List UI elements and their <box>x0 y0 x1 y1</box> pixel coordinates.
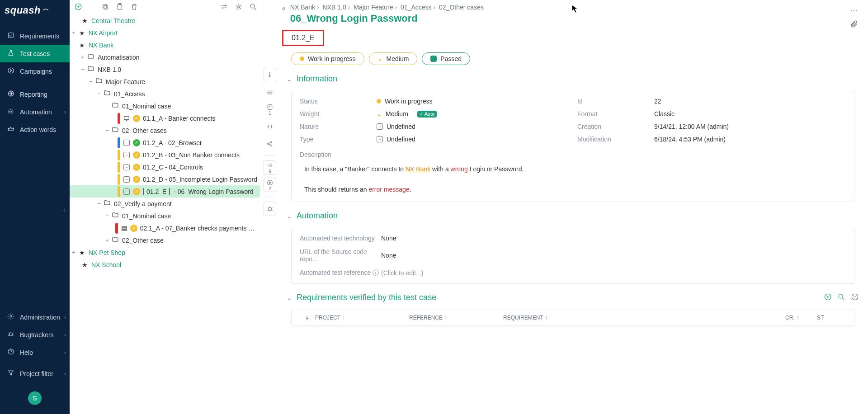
tree-label: NXB 1.0 <box>98 66 121 73</box>
swap-icon[interactable] <box>220 3 228 11</box>
tree-folder[interactable]: − 01_Nominal case <box>70 210 260 222</box>
rail-executions[interactable]: 2 <box>264 178 276 192</box>
svg-rect-0 <box>9 33 14 38</box>
folder-icon <box>103 89 111 98</box>
reference-field[interactable]: 01.2_E <box>282 30 324 46</box>
rail-script[interactable] <box>264 119 276 134</box>
tree-testcase[interactable]: ✓ 02.1_A - 07_Banker checks payments suc… <box>70 222 260 234</box>
v-auto-url[interactable]: None <box>381 248 846 263</box>
svg-point-25 <box>271 141 272 143</box>
breadcrumb[interactable]: NX Bank› NXB 1.0› Major Feature› 01_Acce… <box>290 4 484 11</box>
gear-icon[interactable] <box>235 3 243 11</box>
k-id: Id <box>577 98 645 105</box>
col-reference[interactable]: REFERENCE ↑ <box>409 315 503 321</box>
tree-testcase[interactable]: − ✓ 01.2_B - 03_Non Banker connects <box>70 149 260 161</box>
tree-project[interactable]: − ★ NX Bank <box>70 39 260 51</box>
description-content[interactable]: In this case, a "Banker" connects to NX … <box>300 164 846 195</box>
nav-testcases[interactable]: Test cases <box>0 45 70 62</box>
svg-rect-11 <box>103 5 107 8</box>
v-auto-ref[interactable]: (Click to edit...) <box>381 269 846 277</box>
tree-testcase-selected[interactable]: − ✓ 01.2_E - 06_Wrong Login Password <box>70 185 260 198</box>
search-icon[interactable] <box>837 293 845 302</box>
attachment-icon[interactable] <box>850 20 858 29</box>
tree-folder[interactable]: + Automatisation <box>70 51 260 63</box>
nav-administration[interactable]: Administration › <box>0 308 70 326</box>
section-title-automation: Automation <box>297 211 338 221</box>
col-cr[interactable]: CR. ↑ <box>785 315 817 321</box>
weight-chip[interactable]: ⌄Medium <box>369 52 418 65</box>
col-number[interactable]: # <box>297 315 315 321</box>
folder-icon <box>87 53 95 61</box>
nav-help[interactable]: Help › <box>0 343 70 361</box>
trash-icon[interactable] <box>130 3 138 11</box>
tree-folder[interactable]: − 02_Other cases <box>70 124 260 136</box>
status-wip-icon: ✓ <box>133 176 140 183</box>
filter-icon <box>7 369 14 378</box>
user-avatar[interactable]: S <box>28 391 42 405</box>
sort-asc-icon: ↑ <box>545 315 548 321</box>
col-project[interactable]: PROJECT ↑ <box>315 315 409 321</box>
nav-campaigns[interactable]: Campaigns <box>0 62 70 80</box>
svg-point-4 <box>9 111 10 112</box>
tree-folder[interactable]: + 02_Other case <box>70 234 260 246</box>
tree-testcase[interactable]: − ✓ 01.2_D - 05_Incomplete Login Passwor… <box>70 173 260 185</box>
chevron-down-icon[interactable]: ⌄ <box>287 294 292 301</box>
classic-icon: − <box>123 151 130 159</box>
sort-asc-icon: ↑ <box>342 315 345 321</box>
tree-testcase[interactable]: ✓ 01.1_A - Banker connects <box>70 112 260 124</box>
nav-bugtrackers[interactable]: Bugtrackers › <box>0 326 70 343</box>
svg-rect-20 <box>268 91 272 94</box>
section-title-information: Information <box>297 74 337 84</box>
tree-label: 01.2_A - 02_Browser <box>143 139 202 146</box>
rail-info[interactable]: i <box>264 68 276 82</box>
tree-folder[interactable]: − 01_Nominal case <box>70 100 260 112</box>
tree-project[interactable]: ★ Central Theatre <box>70 14 260 27</box>
nav-projectfilter[interactable]: Project filter › <box>0 365 70 382</box>
rail-robot[interactable] <box>264 85 276 99</box>
col-requirement[interactable]: REQUIREMENT ↑ <box>503 315 785 321</box>
add-icon[interactable] <box>824 293 832 302</box>
search-icon[interactable] <box>249 3 257 11</box>
v-type[interactable]: −Undefined <box>377 136 568 143</box>
sidebar-collapse-icon[interactable]: ‹ <box>63 207 65 213</box>
chevron-down-icon[interactable]: ⌄ <box>287 75 292 83</box>
rail-attributes[interactable]: 6 <box>264 160 276 175</box>
remove-icon[interactable] <box>851 293 859 302</box>
k-auto-tech: Automated test technology <box>300 235 381 242</box>
nav-automation[interactable]: Automation › <box>0 103 70 121</box>
nav-reporting[interactable]: Reporting <box>0 85 70 103</box>
tree-project[interactable]: + ★ NX Airport <box>70 27 260 39</box>
nav-label: Project filter <box>20 370 53 377</box>
add-icon[interactable] <box>74 3 82 11</box>
copy-icon[interactable] <box>101 3 109 11</box>
more-icon[interactable]: ⋯ <box>850 5 858 15</box>
paste-icon[interactable] <box>116 3 124 11</box>
tree-folder[interactable]: − 01_Access <box>70 88 260 100</box>
list-icon <box>121 225 128 232</box>
tree-folder[interactable]: − NXB 1.0 <box>70 63 260 75</box>
v-weight[interactable]: ⌄Medium ✓ Auto <box>377 110 568 118</box>
tree-folder[interactable]: − Major Feature <box>70 75 260 88</box>
rail-checklist[interactable]: 1 <box>264 102 276 117</box>
nav-label: Automation <box>20 108 52 116</box>
back-icon[interactable]: « <box>282 5 286 12</box>
v-auto-tech[interactable]: None <box>381 235 846 242</box>
tree-project[interactable]: + ★ NX Pet Shop <box>70 246 260 259</box>
classic-icon: − <box>123 164 130 171</box>
nav-actionwords[interactable]: Action words <box>0 121 70 138</box>
status-chip[interactable]: Work in progress <box>291 52 364 65</box>
folder-icon <box>95 77 103 86</box>
tree-testcase[interactable]: − ✓ 01.2_A - 02_Browser <box>70 136 260 149</box>
chevron-down-icon[interactable]: ⌄ <box>287 212 292 220</box>
rail-issues[interactable] <box>264 202 276 216</box>
rail-share[interactable] <box>264 136 276 151</box>
v-nature[interactable]: −Undefined <box>377 123 568 130</box>
svg-point-21 <box>269 92 269 93</box>
tree-project[interactable]: ★ NX School <box>70 259 260 271</box>
v-status[interactable]: Work in progress <box>377 98 568 105</box>
nav-requirements[interactable]: Requirements <box>0 27 70 45</box>
tree-testcase[interactable]: − ✓ 01.2_C - 04_Controls <box>70 161 260 173</box>
tree-folder[interactable]: − 02_Verify a payment <box>70 198 260 210</box>
svg-point-7 <box>9 333 13 336</box>
col-st[interactable]: ST <box>817 315 849 321</box>
